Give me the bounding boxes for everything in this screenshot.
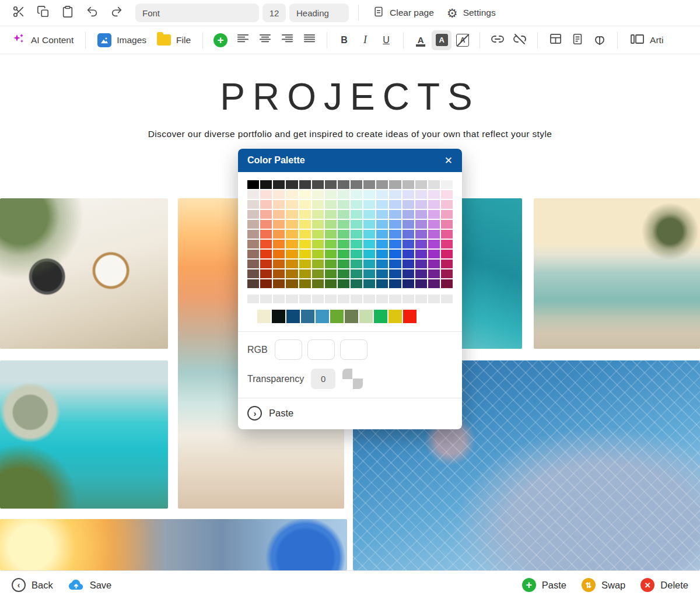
palette-color-cell[interactable] — [312, 200, 324, 209]
palette-color-cell[interactable] — [260, 260, 272, 268]
palette-color-cell[interactable] — [351, 279, 362, 288]
palette-color-cell[interactable] — [260, 200, 272, 209]
ai-content-button[interactable]: AI Content — [7, 32, 78, 48]
palette-color-cell[interactable] — [415, 200, 427, 209]
palette-gray-cell[interactable] — [351, 180, 362, 189]
palette-empty-cell[interactable] — [247, 295, 259, 303]
palette-gray-cell[interactable] — [260, 180, 272, 189]
palette-color-cell[interactable] — [273, 230, 285, 239]
palette-color-cell[interactable] — [338, 260, 349, 268]
palette-color-cell[interactable] — [260, 279, 272, 288]
article-button[interactable]: Arti — [625, 32, 668, 48]
palette-color-cell[interactable] — [428, 220, 440, 229]
palette-color-cell[interactable] — [312, 269, 324, 278]
palette-color-cell[interactable] — [376, 190, 388, 199]
palette-color-cell[interactable] — [363, 250, 375, 258]
palette-color-cell[interactable] — [260, 240, 272, 248]
palette-color-cell[interactable] — [376, 220, 388, 229]
palette-gray-cell[interactable] — [441, 180, 453, 189]
palette-color-cell[interactable] — [402, 250, 414, 258]
palette-color-cell[interactable] — [389, 279, 401, 288]
palette-color-cell[interactable] — [338, 279, 349, 288]
palette-color-cell[interactable] — [351, 220, 362, 229]
palette-color-cell[interactable] — [325, 200, 337, 209]
paragraph-style-selector[interactable]: Heading — [289, 3, 349, 22]
palette-color-cell[interactable] — [247, 210, 259, 219]
justify-button[interactable] — [299, 30, 320, 51]
cut-button[interactable] — [8, 2, 29, 23]
palette-color-cell[interactable] — [441, 230, 453, 239]
palette-color-cell[interactable] — [415, 220, 427, 229]
palette-color-cell[interactable] — [351, 210, 362, 219]
palette-color-cell[interactable] — [312, 190, 324, 199]
palette-color-cell[interactable] — [389, 220, 401, 229]
palette-color-cell[interactable] — [273, 200, 285, 209]
file-button[interactable]: File — [152, 34, 195, 45]
palette-color-cell[interactable] — [247, 269, 259, 278]
dialog-paste-button[interactable]: › Paste — [238, 398, 462, 429]
rgb-g-input[interactable] — [307, 339, 335, 360]
palette-color-cell[interactable] — [351, 250, 362, 258]
palette-color-cell[interactable] — [376, 200, 388, 209]
save-button[interactable]: Save — [68, 579, 112, 591]
palette-color-cell[interactable] — [441, 240, 453, 248]
palette-color-cell[interactable] — [325, 250, 337, 258]
palette-empty-cell[interactable] — [376, 295, 388, 303]
custom-swatch[interactable] — [330, 310, 344, 323]
palette-gray-cell[interactable] — [363, 180, 375, 189]
palette-color-cell[interactable] — [376, 230, 388, 239]
palette-empty-cell[interactable] — [299, 295, 311, 303]
palette-color-cell[interactable] — [299, 220, 311, 229]
clear-format-button[interactable]: A — [453, 30, 473, 50]
palette-color-cell[interactable] — [428, 250, 440, 258]
photo-santorini[interactable] — [0, 519, 347, 570]
palette-color-cell[interactable] — [312, 250, 324, 258]
palette-color-cell[interactable] — [273, 269, 285, 278]
palette-color-cell[interactable] — [273, 240, 285, 248]
palette-color-cell[interactable] — [286, 190, 298, 199]
palette-gray-cell[interactable] — [376, 180, 388, 189]
palette-color-cell[interactable] — [363, 279, 375, 288]
palette-gray-cell[interactable] — [312, 180, 324, 189]
photo-lagoon[interactable] — [0, 360, 168, 509]
custom-swatch[interactable] — [316, 310, 329, 323]
palette-gray-cell[interactable] — [273, 180, 285, 189]
bottom-paste-button[interactable]: + Paste — [522, 578, 566, 592]
custom-swatch[interactable] — [272, 310, 285, 323]
palette-color-cell[interactable] — [376, 210, 388, 219]
palette-color-cell[interactable] — [312, 240, 324, 248]
palette-color-cell[interactable] — [415, 230, 427, 239]
palette-gray-cell[interactable] — [286, 180, 298, 189]
decoration-button[interactable] — [589, 30, 610, 51]
settings-button[interactable]: ⚙ Settings — [442, 7, 501, 19]
palette-empty-cell[interactable] — [273, 295, 285, 303]
palette-color-cell[interactable] — [299, 200, 311, 209]
palette-color-cell[interactable] — [312, 210, 324, 219]
palette-color-cell[interactable] — [286, 220, 298, 229]
palette-color-cell[interactable] — [363, 200, 375, 209]
palette-color-cell[interactable] — [299, 190, 311, 199]
underline-button[interactable]: U — [376, 30, 396, 50]
link-button[interactable] — [487, 30, 508, 51]
images-button[interactable]: Images — [93, 33, 151, 47]
palette-color-cell[interactable] — [286, 200, 298, 209]
palette-color-cell[interactable] — [415, 269, 427, 278]
palette-color-cell[interactable] — [363, 190, 375, 199]
fill-color-button[interactable]: A — [432, 30, 452, 50]
custom-swatch[interactable] — [403, 310, 416, 323]
palette-color-cell[interactable] — [402, 269, 414, 278]
paste-button[interactable] — [57, 2, 78, 23]
palette-color-cell[interactable] — [428, 210, 440, 219]
palette-color-cell[interactable] — [260, 210, 272, 219]
palette-color-cell[interactable] — [325, 190, 337, 199]
palette-color-cell[interactable] — [415, 210, 427, 219]
palette-color-cell[interactable] — [325, 240, 337, 248]
palette-color-cell[interactable] — [351, 260, 362, 268]
text-color-button[interactable]: A — [411, 30, 430, 50]
palette-color-cell[interactable] — [299, 210, 311, 219]
add-button[interactable]: + — [210, 30, 231, 51]
palette-color-cell[interactable] — [402, 200, 414, 209]
palette-empty-cell[interactable] — [389, 295, 401, 303]
palette-color-cell[interactable] — [273, 279, 285, 288]
palette-color-cell[interactable] — [286, 269, 298, 278]
